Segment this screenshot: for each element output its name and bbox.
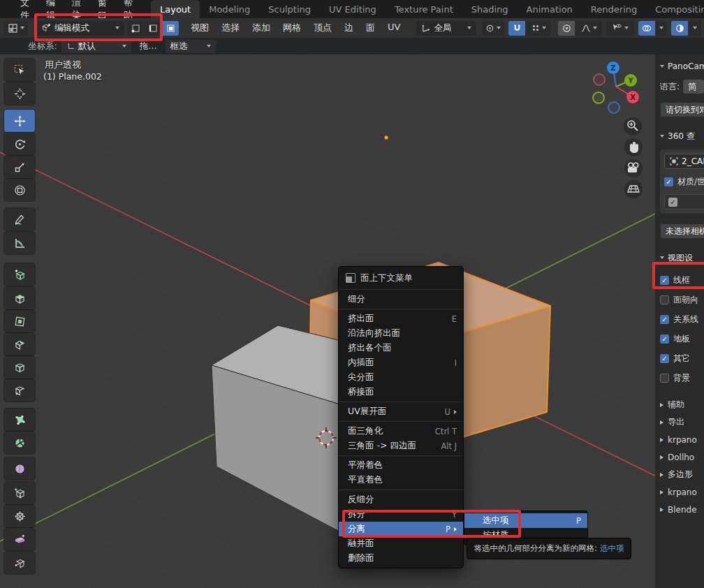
vertex-select-button[interactable] xyxy=(127,21,144,36)
coord-system-dropdown[interactable]: 默认 xyxy=(61,40,131,53)
no-camera-button[interactable]: 未选择相机 xyxy=(660,223,704,239)
menu-item-split[interactable]: 拆分Y xyxy=(339,507,463,522)
section-krpano-2[interactable]: krpano xyxy=(660,483,704,501)
section-dollhouse[interactable]: Dollho xyxy=(660,448,704,466)
edge-select-button[interactable] xyxy=(145,21,161,36)
tool-shrink-fatten[interactable] xyxy=(4,505,35,527)
menu-item-extrude-along-normals[interactable]: 沿法向挤出面 xyxy=(339,326,463,341)
gizmo-axis-z-neg[interactable] xyxy=(608,102,619,113)
drag-label[interactable]: 拖… xyxy=(140,41,157,52)
select-tool-dropdown[interactable]: 框选 xyxy=(166,40,216,53)
menu-add[interactable]: 添加 xyxy=(246,22,277,34)
menu-item-delete-faces[interactable]: 删除面 xyxy=(339,551,463,566)
menu-item-tris-to-quads[interactable]: 三角面 -> 四边面Alt J xyxy=(339,439,463,453)
submenu-item-selection[interactable]: 选中项P xyxy=(464,513,587,528)
menu-vertex[interactable]: 顶点 xyxy=(307,22,338,34)
tool-tweak-select[interactable] xyxy=(4,59,35,81)
section-view-settings-header[interactable]: 视图设 xyxy=(660,251,704,264)
tool-add-cube[interactable] xyxy=(4,263,35,286)
check-face-orientation[interactable]: ✓ 面朝向 xyxy=(660,293,704,307)
tool-knife[interactable] xyxy=(4,379,35,402)
pivot-point-dropdown[interactable] xyxy=(482,21,504,36)
tool-extrude-region[interactable] xyxy=(4,287,35,309)
switch-button[interactable]: 请切换到对 xyxy=(660,102,704,117)
tool-annotate[interactable] xyxy=(4,208,35,230)
tab-shading[interactable]: Shading xyxy=(462,0,518,18)
tab-texture-paint[interactable]: Texture Paint xyxy=(386,0,462,18)
camera-selector[interactable]: 2_CAM xyxy=(664,154,704,169)
section-360-header[interactable]: 360 查 xyxy=(660,130,704,142)
section-export[interactable]: 导出 xyxy=(660,413,704,431)
check-floor[interactable]: ✓ 地板 xyxy=(660,332,704,346)
snap-toggle-button[interactable] xyxy=(508,21,525,36)
tool-inset-faces[interactable] xyxy=(4,310,35,332)
editor-type-button[interactable] xyxy=(4,21,28,36)
menu-item-uv-unwrap[interactable]: UV展开面U xyxy=(339,404,463,419)
navigation-gizmo[interactable]: Z Y X xyxy=(593,61,639,113)
checkbox-checked-icon[interactable]: ✓ xyxy=(668,198,677,207)
tool-smooth[interactable] xyxy=(4,457,35,480)
menu-item-subdivide[interactable]: 细分 xyxy=(339,292,463,307)
section-assist[interactable]: 辅助 xyxy=(660,396,704,413)
tool-rotate[interactable] xyxy=(4,133,35,155)
tool-scale[interactable] xyxy=(4,156,35,178)
material-world-check[interactable]: ✓ 材质/世 xyxy=(664,175,704,189)
show-gizmo-dropdown[interactable] xyxy=(606,21,634,36)
menu-item-inset-faces[interactable]: 内插面I xyxy=(339,355,463,370)
orthographic-grid-button[interactable] xyxy=(624,180,643,198)
tool-transform[interactable] xyxy=(4,179,35,201)
tab-modeling[interactable]: Modeling xyxy=(200,0,259,18)
tool-poly-build[interactable] xyxy=(4,409,35,431)
overlays-dropdown[interactable] xyxy=(656,21,667,36)
tab-compositing[interactable]: Compositing xyxy=(646,0,704,18)
section-krpano-1[interactable]: krpano xyxy=(660,431,704,448)
tool-edge-slide[interactable] xyxy=(4,482,35,504)
snap-with-dropdown[interactable] xyxy=(526,21,551,36)
tool-move[interactable] xyxy=(4,110,35,132)
tab-rendering[interactable]: Rendering xyxy=(582,0,646,18)
shading-dropdown[interactable] xyxy=(689,21,701,36)
check-relationship-lines[interactable]: ✓ 关系线 xyxy=(660,312,704,326)
menu-item-separate[interactable]: 分离P xyxy=(339,522,463,536)
menu-item-poke-faces[interactable]: 尖分面 xyxy=(339,370,463,385)
menu-item-triangulate[interactable]: 面三角化Ctrl T xyxy=(339,424,463,439)
tool-spin[interactable] xyxy=(4,432,35,454)
orientation-dropdown[interactable]: 全局 xyxy=(416,21,476,36)
menu-mesh[interactable]: 网格 xyxy=(277,22,307,34)
face-select-button[interactable] xyxy=(162,21,179,36)
check-background[interactable]: ✓ 背景 xyxy=(660,371,704,385)
proportional-falloff-dropdown[interactable] xyxy=(575,21,602,36)
proportional-editing-button[interactable] xyxy=(558,21,575,36)
menu-item-dissolve-faces[interactable]: 融并面 xyxy=(339,536,463,551)
tab-sculpting[interactable]: Sculpting xyxy=(259,0,320,18)
tool-bevel[interactable] xyxy=(4,333,35,355)
menu-item-extrude-faces[interactable]: 挤出面E xyxy=(339,311,463,326)
show-overlays-button[interactable] xyxy=(638,21,655,36)
tool-cursor[interactable] xyxy=(4,82,35,105)
menu-item-shade-flat[interactable]: 平直着色 xyxy=(339,473,463,487)
menu-item-bridge-faces[interactable]: 桥接面 xyxy=(339,385,463,399)
mode-dropdown[interactable]: 编辑模式 xyxy=(36,21,124,36)
menu-uv[interactable]: UV xyxy=(381,22,406,34)
gizmo-axis-y-neg[interactable] xyxy=(593,92,604,103)
check-other[interactable]: ✓ 其它 xyxy=(660,351,704,365)
tool-measure[interactable] xyxy=(4,232,35,254)
panel-header-panocamadder[interactable]: PanoCama xyxy=(660,60,704,73)
menu-item-unsubdivide[interactable]: 反细分 xyxy=(339,492,463,507)
pan-button[interactable] xyxy=(624,138,643,156)
menu-face[interactable]: 面 xyxy=(360,22,381,34)
tool-rip-region[interactable] xyxy=(4,552,35,574)
tab-uv-editing[interactable]: UV Editing xyxy=(320,0,386,18)
section-blender[interactable]: Blende xyxy=(660,501,704,518)
section-polygon[interactable]: 多边形 xyxy=(660,466,704,483)
menu-item-shade-smooth[interactable]: 平滑着色 xyxy=(339,458,463,473)
menu-select[interactable]: 选择 xyxy=(215,22,246,34)
check-wireframe[interactable]: ✓ 线框 xyxy=(660,273,704,287)
menu-edge[interactable]: 边 xyxy=(338,22,360,34)
language-dropdown[interactable]: 简 xyxy=(683,80,704,94)
tool-shear[interactable] xyxy=(4,528,35,550)
xray-toggle-button[interactable] xyxy=(671,21,688,36)
menu-item-extrude-individual[interactable]: 挤出各个面 xyxy=(339,341,463,355)
gizmo-axis-x-neg[interactable] xyxy=(594,74,605,85)
camera-view-button[interactable] xyxy=(624,159,643,177)
